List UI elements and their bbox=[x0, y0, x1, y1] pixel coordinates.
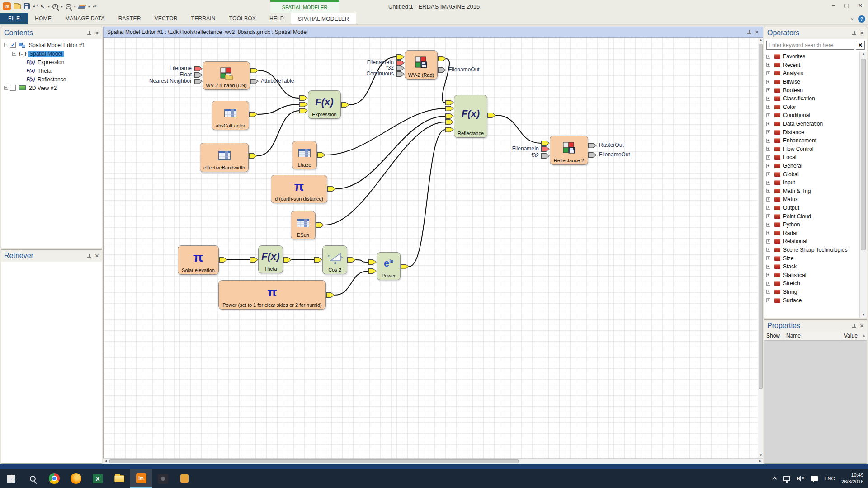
expand-icon[interactable]: + bbox=[766, 155, 770, 160]
open-icon[interactable] bbox=[14, 4, 21, 9]
port-reflectance-in_b[interactable] bbox=[445, 106, 454, 111]
zoom-out-icon[interactable]: − bbox=[66, 4, 71, 9]
operator-category-relational[interactable]: +Relational bbox=[766, 237, 859, 246]
expand-icon[interactable]: + bbox=[766, 97, 770, 101]
port-reflectance2-out_raster[interactable] bbox=[588, 143, 597, 148]
tab-raster[interactable]: RASTER bbox=[112, 13, 148, 24]
port-wv2_8band-in_nn[interactable] bbox=[194, 79, 203, 84]
firefox-icon[interactable] bbox=[65, 469, 87, 488]
tab-file[interactable]: FILE bbox=[0, 13, 28, 24]
tab-help[interactable]: HELP bbox=[263, 13, 291, 24]
zoom-in-icon[interactable]: + bbox=[52, 4, 58, 9]
port-reflectance2-out_fn[interactable] bbox=[588, 152, 597, 158]
pin-icon[interactable] bbox=[87, 254, 91, 258]
operator-category-boolean[interactable]: +Boolean bbox=[766, 86, 859, 94]
pointer-icon[interactable]: ↖ bbox=[40, 3, 45, 10]
port-wv2_rad-out_fn[interactable] bbox=[438, 67, 446, 73]
close-icon[interactable]: ✕ bbox=[95, 254, 99, 258]
operator-category-math-trig[interactable]: +Math & Trig bbox=[766, 187, 859, 196]
port-reflectance-out[interactable] bbox=[487, 113, 496, 118]
expand-icon[interactable]: + bbox=[766, 88, 770, 92]
expand-icon[interactable]: + bbox=[766, 189, 770, 193]
volume-muted-icon[interactable] bbox=[797, 476, 805, 481]
port-power_note-out[interactable] bbox=[326, 292, 335, 298]
expand-icon[interactable]: + bbox=[766, 214, 770, 218]
qat-customize-icon[interactable]: ▾≡ bbox=[93, 5, 97, 9]
clear-search-icon[interactable]: ✕ bbox=[856, 41, 865, 50]
expand-icon[interactable]: + bbox=[766, 298, 770, 302]
operator-category-input[interactable]: +Input bbox=[766, 178, 859, 187]
expand-icon[interactable]: + bbox=[766, 231, 770, 235]
operator-category-analysis[interactable]: +Analysis bbox=[766, 69, 859, 78]
port-expression-in_a[interactable] bbox=[299, 95, 308, 101]
operator-category-output[interactable]: +Output bbox=[766, 204, 859, 212]
visibility-checkbox[interactable]: ✓ bbox=[10, 42, 16, 48]
expand-icon[interactable]: + bbox=[766, 80, 770, 84]
ribbon-collapse-icon[interactable]: ˅ bbox=[851, 16, 854, 22]
tab-home[interactable]: HOME bbox=[28, 13, 58, 24]
operator-category-stack[interactable]: +Stack bbox=[766, 263, 859, 271]
language-indicator[interactable]: ENG bbox=[824, 476, 835, 481]
operator-category-string[interactable]: +String bbox=[766, 288, 859, 296]
maximize-button[interactable]: ▢ bbox=[840, 0, 854, 11]
tree-item-expression[interactable]: F(x)Expression bbox=[2, 58, 101, 66]
operator-category-recent[interactable]: +Recent bbox=[766, 61, 859, 70]
operator-category-python[interactable]: +Python bbox=[766, 221, 859, 229]
notifications-icon[interactable] bbox=[811, 476, 818, 481]
port-power-in_a[interactable] bbox=[368, 259, 377, 265]
port-reflectance2-in_raster[interactable] bbox=[541, 141, 550, 146]
port-wv2_rad-in_fn[interactable] bbox=[396, 60, 405, 66]
tab-vector[interactable]: VECTOR bbox=[148, 13, 184, 24]
expand-icon[interactable]: + bbox=[766, 130, 770, 134]
tree-item-spatial-model[interactable]: −{...}Spatial Model bbox=[2, 49, 101, 58]
tab-manage-data[interactable]: MANAGE DATA bbox=[58, 13, 112, 24]
node-esun[interactable]: ESun bbox=[291, 211, 316, 239]
tab-terrain[interactable]: TERRAIN bbox=[184, 13, 222, 24]
expand-icon[interactable]: + bbox=[4, 86, 8, 90]
close-icon[interactable]: ✕ bbox=[95, 31, 99, 35]
port-power-out[interactable] bbox=[401, 264, 409, 269]
expand-icon[interactable]: + bbox=[766, 206, 770, 210]
operator-category-size[interactable]: +Size bbox=[766, 254, 859, 263]
node-abscal[interactable]: absCalFactor bbox=[212, 101, 249, 130]
port-wv2_rad-in_f32[interactable] bbox=[396, 66, 405, 71]
tree-item-view2[interactable]: +2D View #2 bbox=[2, 84, 101, 92]
help-icon[interactable]: ? bbox=[858, 15, 865, 23]
expand-icon[interactable]: + bbox=[766, 122, 770, 126]
close-icon[interactable]: ✕ bbox=[860, 31, 864, 35]
expand-icon[interactable]: + bbox=[766, 256, 770, 260]
properties-body[interactable] bbox=[764, 341, 867, 463]
operator-category-stretch[interactable]: +Stretch bbox=[766, 279, 859, 288]
excel-icon[interactable]: X bbox=[87, 469, 108, 488]
tree-item-theta[interactable]: F(x)Theta bbox=[2, 66, 101, 75]
port-reflectance-in_a[interactable] bbox=[445, 100, 454, 105]
operator-category-radar[interactable]: +Radar bbox=[766, 229, 859, 237]
expand-icon[interactable]: + bbox=[766, 265, 770, 269]
canvas-horizontal-scrollbar[interactable]: ◄ ► bbox=[103, 458, 763, 464]
port-wv2_8band-out_raster[interactable] bbox=[250, 68, 259, 73]
port-reflectance-in_d[interactable] bbox=[445, 119, 454, 125]
port-expression-in_b[interactable] bbox=[299, 102, 308, 107]
network-icon[interactable] bbox=[783, 476, 790, 481]
expand-icon[interactable]: + bbox=[766, 139, 770, 143]
expand-icon[interactable]: + bbox=[766, 172, 770, 176]
operator-category-surface[interactable]: +Surface bbox=[766, 296, 859, 305]
node-theta[interactable]: F(x)Theta bbox=[258, 245, 283, 273]
port-wv2_8band-in_float[interactable] bbox=[194, 72, 203, 78]
operator-category-bitwise[interactable]: +Bitwise bbox=[766, 78, 859, 86]
expand-icon[interactable]: + bbox=[766, 147, 770, 151]
tab-toolbox[interactable]: TOOLBOX bbox=[222, 13, 263, 24]
port-expression-in_c[interactable] bbox=[299, 108, 308, 113]
port-esun-out[interactable] bbox=[316, 222, 324, 228]
port-wv2_rad-in_cont[interactable] bbox=[396, 71, 405, 77]
node-cos2[interactable]: cbaCos 2 bbox=[322, 245, 347, 274]
node-lhaze[interactable]: Lhaze bbox=[292, 141, 317, 169]
expand-icon[interactable]: + bbox=[766, 239, 770, 244]
port-wv2_8band-out_attr[interactable] bbox=[250, 79, 259, 84]
hidden-icons-chevron-icon[interactable] bbox=[772, 477, 777, 482]
operator-category-classification[interactable]: +Classification bbox=[766, 94, 859, 103]
operator-category-scene-sharp-technologies[interactable]: +Scene Sharp Technologies bbox=[766, 246, 859, 254]
save-icon[interactable] bbox=[24, 3, 30, 9]
operator-category-point-cloud[interactable]: +Point Cloud bbox=[766, 212, 859, 221]
expand-icon[interactable]: + bbox=[766, 197, 770, 202]
